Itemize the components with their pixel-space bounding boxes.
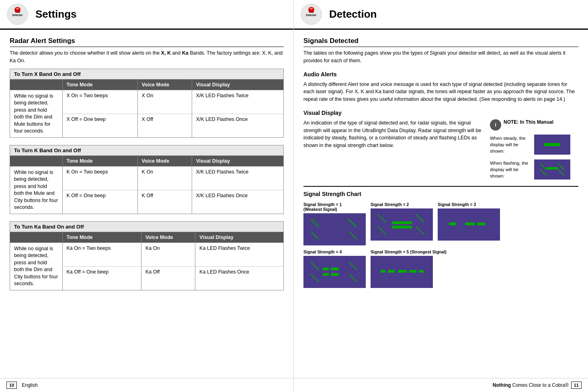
ka-band-header: To Turn Ka Band On and Off [10,222,283,232]
x-band-table: Tone Mode Voice Mode Visual Display Whil… [10,80,283,137]
svg-line-31 [311,274,319,282]
steady-row: When steady, the display will be shown: [490,135,578,155]
right-footer-right: Nothing Comes Close to a Cobra® 11 [493,382,582,389]
x-desc-col [10,80,62,90]
x-visual-on: X/K LED Flashes Twice [192,90,283,114]
left-content: Radar Alert Settings The detector allows… [0,30,293,378]
visual-body-text: An indication of the type of signal dete… [303,119,484,149]
steady-display [534,135,570,155]
svg-rect-8 [544,143,560,146]
left-page: Your Detector Settings Radar Alert Setti… [0,0,294,392]
signal-item-3: Signal Strength = 3 [438,202,500,245]
svg-line-17 [349,231,357,239]
right-title: Detection [329,8,377,20]
table-row: While no signal is being detected, press… [10,243,283,266]
right-header: Your Detector Detection [294,0,588,30]
ka-voice-on: Ka On [141,243,195,266]
signal-item-4: Signal Strength = 4 [303,249,366,288]
k-band-header: To Turn K Band On and Off [10,145,283,156]
k-voice-col: Voice Mode [137,156,192,167]
svg-line-30 [349,262,357,270]
x-voice-col: Voice Mode [137,80,192,90]
ka-tone-col: Tone Mode [62,232,141,243]
signal-item-2: Signal Strength = 2 [371,202,433,245]
svg-line-11 [540,169,546,176]
audio-title: Audio Alerts [303,71,578,78]
signal-2-label: Signal Strength = 2 [371,202,433,207]
ka-voice-col: Voice Mode [141,232,195,243]
svg-rect-35 [323,273,329,276]
radar-settings-intro: The detector allows you to choose whethe… [10,49,284,65]
svg-rect-39 [398,270,407,273]
note-section: i NOTE: In This Manual When steady, the … [490,119,578,180]
svg-line-20 [378,214,386,223]
x-band-header: To Turn X Band On and Off [10,69,283,80]
svg-rect-36 [331,273,339,276]
k-band-section: To Turn K Band On and Off Tone Mode Voic… [10,145,284,214]
x-desc-cell: While no signal is being detected, press… [10,90,62,137]
signal-strength-section: Signal Strength Chart Signal Strength = … [303,186,578,288]
signal-2-display [371,208,433,241]
ka-desc-cell: While no signal is being detected, press… [10,243,62,290]
left-page-num: 10 [6,382,17,389]
k-tone-off: K Off = One beep [62,190,137,213]
svg-rect-28 [477,223,485,225]
x-visual-off: X/K LED Flashes Once [192,114,283,137]
left-language: English [22,382,37,388]
svg-text:Detector: Detector [306,14,317,16]
signal-row-2: Signal Strength = 4 [303,249,578,288]
ka-visual-off: Ka LED Flashes Once [195,266,283,290]
svg-line-12 [558,169,564,176]
svg-rect-38 [388,270,395,273]
visual-title: Visual Display [303,110,578,116]
svg-line-32 [349,274,357,282]
signal-3-label: Signal Strength = 3 [438,202,500,207]
signals-title: Signals Detected [303,37,578,47]
svg-line-16 [311,231,319,239]
svg-line-19 [347,218,355,226]
x-voice-off: X Off [137,114,192,137]
svg-line-29 [311,262,319,270]
signal-row-1: Signal Strength = 1(Weakest Signal) [303,202,578,245]
svg-rect-26 [449,223,456,225]
x-voice-on: X On [137,90,192,114]
left-header: Your Detector Settings [0,0,293,30]
flashing-display [534,159,570,180]
table-row: While no signal is being detected, press… [10,166,283,190]
svg-line-23 [416,227,424,235]
ka-desc-col [10,232,62,243]
flashing-row: When flashing, the display will be shown… [490,159,578,180]
ka-band-section: To Turn Ka Band On and Off Tone Mode Voi… [10,221,284,290]
x-tone-col: Tone Mode [62,80,137,90]
footer-tagline: Nothing Comes Close to a Cobra® [493,382,569,388]
signal-1-display [303,213,366,245]
ka-tone-off: Ka Off = One beep [62,266,141,290]
right-page-num: 11 [571,382,582,389]
signal-5-label: Signal Strength = 5 (Strongest Signal) [371,249,447,254]
x-tone-off: X Off = One beep [62,114,137,137]
k-visual-off: X/K LED Flashes Once [192,190,283,213]
svg-rect-25 [392,226,412,229]
svg-line-21 [416,214,424,223]
k-band-table: Tone Mode Voice Mode Visual Display Whil… [10,156,283,214]
note-header: i NOTE: In This Manual [490,119,578,131]
note-icon: i [490,119,501,131]
note-content: NOTE: In This Manual [504,119,553,125]
svg-rect-41 [419,270,424,273]
note-title: NOTE: In This Manual [504,119,553,125]
audio-text: A distinctly different Alert tone and vo… [303,81,578,103]
signal-3-display [438,208,500,241]
flashing-text: When flashing, the display will be shown… [490,160,530,179]
visual-section: An indication of the type of signal dete… [303,119,578,180]
k-visual-on: X/K LED Flashes Twice [192,166,283,190]
k-visual-col: Visual Display [192,156,283,167]
ka-voice-off: Ka Off [141,266,195,290]
left-footer: 10 English [0,378,293,392]
k-voice-off: K Off [137,190,192,213]
signal-item-5: Signal Strength = 5 (Strongest Signal) [371,249,447,288]
x-tone-on: X On = Two beeps [62,90,137,114]
x-visual-col: Visual Display [192,80,283,90]
table-row: While no signal is being detected, press… [10,90,283,114]
signal-5-display [371,256,433,288]
svg-rect-34 [331,267,339,270]
